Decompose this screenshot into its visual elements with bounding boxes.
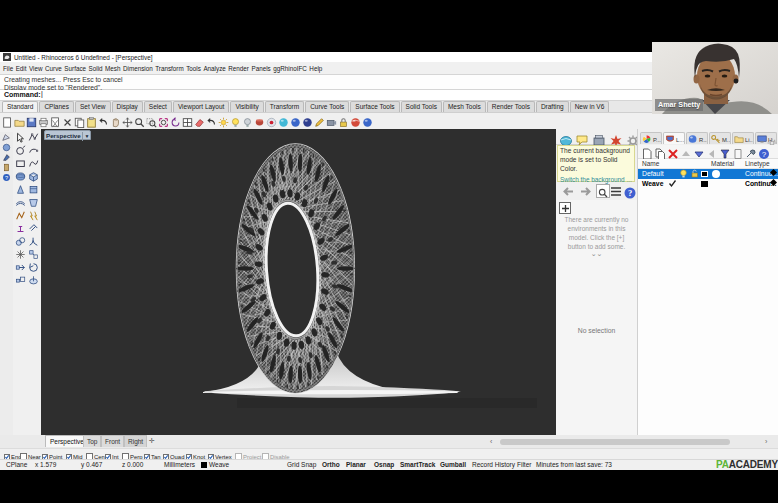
svg-text:?: ? bbox=[5, 175, 8, 181]
svg-text:?: ? bbox=[628, 188, 632, 198]
svg-text:?: ? bbox=[762, 150, 767, 159]
